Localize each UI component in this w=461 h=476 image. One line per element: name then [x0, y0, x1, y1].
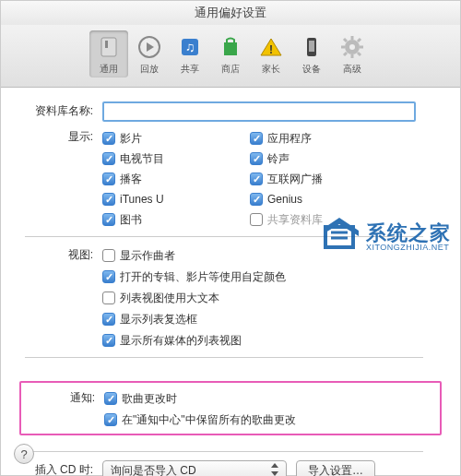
- view-row: 视图: 显示作曲者 打开的专辑、影片等使用自定颜色 列表视图使用大文本 显示列表…: [1, 245, 442, 349]
- check-apps[interactable]: [250, 132, 263, 145]
- svg-rect-10: [309, 41, 314, 52]
- view-checks: 显示作曲者 打开的专辑、影片等使用自定颜色 列表视图使用大文本 显示列表复选框 …: [102, 245, 442, 349]
- music-icon: ♫: [175, 32, 205, 62]
- toolbar: 通用 回放 ♫ 共享 商店 ! 家长 设备 高级: [1, 25, 460, 88]
- svg-line-18: [358, 53, 361, 55]
- check-genius[interactable]: [250, 193, 263, 206]
- toolbar-sharing[interactable]: ♫ 共享: [171, 30, 209, 77]
- check-song-changed[interactable]: [104, 392, 117, 405]
- svg-line-20: [344, 53, 347, 55]
- svg-line-17: [344, 39, 347, 42]
- divider: [25, 236, 423, 237]
- svg-rect-1: [105, 41, 108, 48]
- content: 资料库名称: 显示: 影片 应用程序 电视节目 铃声 播客 互联网广播 iTun…: [1, 88, 460, 375]
- svg-point-12: [349, 44, 355, 50]
- toolbar-advanced[interactable]: 高级: [333, 30, 372, 77]
- svg-marker-21: [271, 463, 278, 468]
- bag-icon: [216, 32, 245, 62]
- warn-icon: !: [256, 32, 286, 62]
- display-row: 显示: 影片 应用程序 电视节目 铃声 播客 互联网广播 iTunes U Ge…: [1, 127, 442, 228]
- view-label: 视图:: [1, 245, 102, 263]
- phone-icon: [297, 32, 326, 62]
- library-name-input[interactable]: [102, 101, 416, 122]
- check-keep-notifications[interactable]: [104, 413, 117, 426]
- divider: [25, 451, 423, 452]
- gear-icon: [337, 32, 367, 62]
- library-name-label: 资料库名称:: [1, 101, 102, 119]
- cd-label: 插入 CD 时:: [1, 460, 102, 476]
- check-books[interactable]: [102, 213, 115, 226]
- toolbar-playback[interactable]: 回放: [130, 30, 169, 77]
- svg-text:♫: ♫: [185, 40, 195, 54]
- svg-text:!: !: [269, 43, 273, 56]
- check-shared-lib[interactable]: [250, 213, 263, 226]
- check-movies[interactable]: [102, 132, 115, 145]
- check-itunesu[interactable]: [102, 193, 115, 206]
- preferences-window: 通用偏好设置 通用 回放 ♫ 共享 商店 ! 家长 设备 高级: [0, 0, 461, 476]
- toolbar-store[interactable]: 商店: [211, 30, 250, 77]
- help-button[interactable]: ?: [14, 444, 34, 464]
- divider: [25, 357, 423, 358]
- notify-label: 通知:: [21, 388, 104, 406]
- toolbar-parental[interactable]: ! 家长: [252, 30, 290, 77]
- check-composer[interactable]: [102, 249, 115, 262]
- cd-action-select[interactable]: 询问是否导入 CD: [102, 460, 287, 476]
- check-tv[interactable]: [102, 152, 115, 165]
- notify-checks: 歌曲更改时 在"通知中心"中保留所有的歌曲更改: [104, 388, 440, 428]
- toolbar-devices[interactable]: 设备: [292, 30, 331, 77]
- svg-marker-3: [147, 42, 154, 52]
- chevron-updown-icon: [271, 463, 278, 477]
- check-podcast[interactable]: [102, 173, 115, 185]
- check-tones[interactable]: [250, 152, 263, 165]
- check-list-checkboxes[interactable]: [102, 313, 115, 326]
- play-icon: [135, 32, 164, 62]
- cd-row: 插入 CD 时: 询问是否导入 CD 导入设置…: [1, 460, 442, 476]
- display-label: 显示:: [1, 127, 102, 145]
- window-title: 通用偏好设置: [1, 1, 460, 25]
- display-checks: 影片 应用程序 电视节目 铃声 播客 互联网广播 iTunes U Genius…: [102, 127, 442, 228]
- toolbar-general[interactable]: 通用: [89, 30, 128, 77]
- svg-rect-0: [101, 38, 116, 56]
- import-settings-button[interactable]: 导入设置…: [296, 460, 375, 476]
- check-large-text[interactable]: [102, 292, 115, 304]
- svg-marker-22: [271, 471, 278, 476]
- notification-highlight: 通知: 歌曲更改时 在"通知中心"中保留所有的歌曲更改: [19, 381, 442, 435]
- library-name-row: 资料库名称:: [1, 101, 442, 122]
- svg-rect-6: [224, 42, 237, 55]
- check-radio[interactable]: [250, 173, 263, 185]
- check-custom-color[interactable]: [102, 270, 115, 283]
- check-all-media-list[interactable]: [102, 334, 115, 347]
- svg-line-19: [358, 39, 361, 42]
- switch-icon: [94, 32, 124, 62]
